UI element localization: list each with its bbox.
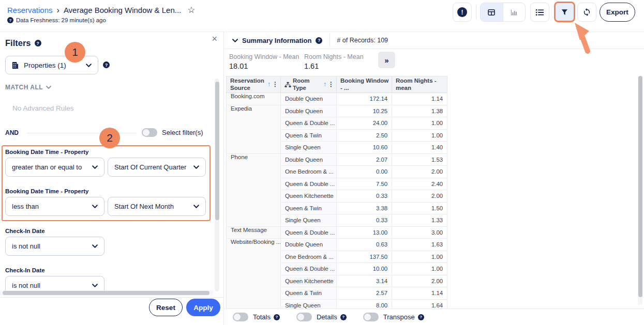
rule-operator-dropdown[interactable]: is not null (5, 237, 104, 256)
filter-button[interactable] (554, 2, 575, 22)
apply-button[interactable]: Apply (186, 299, 220, 316)
favorite-star-icon[interactable]: ☆ (187, 5, 195, 16)
table-vertical-scrollbar[interactable] (638, 76, 642, 305)
breadcrumb-separator-icon: › (57, 6, 59, 15)
filters-help-icon[interactable]: ? (35, 40, 41, 47)
booking-window-cell: 3.14 (337, 275, 392, 287)
booking-window-cell: 0.00 (337, 166, 392, 178)
column-header-label: Booking Window - ... (340, 78, 388, 91)
room-nights-cell: 1.00 (392, 251, 447, 263)
transpose-toggle[interactable] (363, 313, 379, 321)
chart-view-button[interactable] (503, 3, 526, 21)
scrollbar-thumb[interactable] (215, 82, 219, 220)
room-type-cell: One Bedroom & ... (281, 251, 337, 263)
reservation-source-cell: Booking.com (227, 93, 281, 105)
and-label: AND (5, 129, 19, 136)
scrollbar-thumb[interactable] (638, 76, 642, 297)
panel-vertical-scrollbar[interactable] (215, 79, 219, 291)
transpose-label: Transpose (383, 313, 415, 321)
room-nights-cell: 3.00 (392, 226, 447, 239)
rule-operator-dropdown[interactable]: greater than or equal to (5, 158, 104, 177)
booking-window-cell: 10.60 (337, 142, 392, 154)
details-control: Details ? (296, 313, 347, 321)
summary-header: Summary Information ? # of Records: 109 (224, 32, 644, 49)
booking-window-cell: 10.25 (337, 105, 392, 117)
rule-field-label: Check-In Date (5, 228, 45, 234)
totals-help-icon[interactable]: ? (274, 314, 280, 320)
totals-toggle[interactable] (233, 313, 248, 321)
page-title: Average Booking Window & Len... (64, 6, 181, 14)
select-filters-label: Select filter(s) (162, 129, 203, 136)
step-badge-2: 2 (99, 128, 120, 148)
properties-dropdown[interactable]: Properties (1) (5, 56, 98, 74)
properties-help-icon[interactable]: ? (103, 61, 110, 68)
freshness-help-icon[interactable]: ? (7, 17, 13, 23)
reservation-source-cell: Phone (227, 153, 281, 226)
sort-ascending-icon[interactable]: ↑ (267, 81, 271, 88)
rule-value-text: Start Of Next Month (114, 203, 174, 210)
totals-control: Totals ? (233, 313, 280, 321)
column-menu-icon[interactable]: ⋮ (328, 81, 334, 88)
room-type-cell: Double Queen (281, 153, 337, 166)
reset-button[interactable]: Reset (149, 299, 183, 316)
rule-value-dropdown[interactable]: Start Of Current Quarter (108, 158, 206, 177)
info-icon: ! (457, 7, 467, 17)
refresh-button[interactable] (577, 3, 596, 22)
booking-window-cell: 24.00 (337, 117, 392, 130)
info-button[interactable]: ! (453, 3, 472, 22)
rule-value-dropdown[interactable]: Start Of Next Month (108, 197, 206, 216)
summary-title: Summary Information (242, 37, 311, 44)
room-nights-cell: 2.40 (392, 178, 447, 190)
scrollbar-thumb[interactable] (3, 291, 209, 295)
sort-ascending-icon[interactable]: ↑ (323, 81, 326, 88)
transpose-help-icon[interactable]: ? (418, 314, 424, 320)
rule-operator-value: less than (12, 203, 39, 210)
table-view-button[interactable] (481, 3, 503, 21)
room-nights-cell: 1.63 (392, 239, 447, 251)
match-all-dropdown[interactable]: MATCH ALL (5, 84, 51, 91)
room-type-cell: Single Queen (281, 142, 337, 154)
room-type-cell: Queen Kitchenette (281, 275, 337, 287)
room-nights-cell: 1.00 (392, 129, 447, 142)
panel-horizontal-scrollbar[interactable] (0, 290, 213, 296)
details-label: Details (317, 313, 337, 321)
column-menu-icon[interactable]: ⋮ (272, 81, 278, 88)
field-list-button[interactable] (530, 3, 549, 22)
data-table: Reservation Source ↑ ⋮ Room Type ↑ (226, 76, 447, 312)
column-header-booking-window[interactable]: Booking Window - ... (337, 76, 392, 93)
details-help-icon[interactable]: ? (340, 314, 347, 320)
room-type-cell: Double Queen (281, 105, 337, 117)
rule-field-label: Booking Date Time - Property (5, 149, 88, 155)
room-nights-cell: 1.14 (392, 287, 447, 300)
hierarchy-icon (284, 82, 291, 88)
metric-value: 1.61 (304, 62, 364, 70)
room-nights-cell: 1.38 (392, 105, 447, 117)
booking-window-cell: 7.50 (337, 178, 392, 190)
rule-operator-dropdown[interactable]: less than (5, 197, 104, 216)
properties-dropdown-label: Properties (1) (24, 61, 81, 69)
rule-operator-dropdown[interactable]: is not null (5, 276, 104, 291)
breadcrumb-reservations-link[interactable]: Reservations (7, 6, 53, 14)
expand-metrics-button[interactable]: » (378, 52, 395, 68)
column-header-room-type[interactable]: Room Type ↑ ⋮ (281, 76, 337, 93)
app-window: Reservations › Average Booking Window & … (0, 0, 644, 325)
column-header-room-nights[interactable]: Room Nights - mean (392, 76, 447, 93)
table-row: Website/Booking ...Double Queen0.631.63 (227, 239, 447, 251)
room-nights-cell: 1.50 (392, 202, 447, 214)
table-row: ExpediaDouble Queen10.251.38 (227, 105, 447, 117)
details-toggle[interactable] (296, 313, 312, 321)
export-button[interactable]: Export (600, 3, 635, 22)
match-all-label: MATCH ALL (5, 84, 43, 91)
room-nights-cell: 2.00 (392, 275, 447, 287)
booking-window-cell: 2.57 (337, 287, 392, 300)
collapse-chevron-icon[interactable] (232, 39, 238, 42)
room-type-cell: One Bedroom & ... (281, 166, 337, 178)
reservation-source-cell: Website/Booking ... (227, 239, 281, 312)
filters-title: Filters ? (5, 38, 41, 48)
summary-help-icon[interactable]: ? (316, 37, 322, 44)
column-header-reservation-source[interactable]: Reservation Source ↑ ⋮ (227, 76, 281, 93)
room-type-cell: Queen & Double ... (281, 263, 337, 275)
reservation-source-cell: Expedia (227, 105, 281, 153)
select-filters-toggle[interactable] (142, 128, 157, 137)
view-mode-segmented-control (480, 3, 526, 22)
